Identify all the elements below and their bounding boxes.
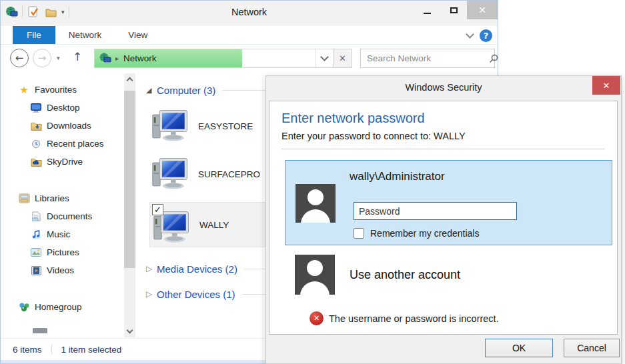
minimize-button[interactable] [414, 1, 440, 19]
computer-item-surfacepro[interactable]: SURFACEPRO [151, 155, 265, 193]
sidebar-item-music[interactable]: Music [1, 225, 124, 243]
ok-button[interactable]: OK [485, 339, 553, 357]
computer-item-wally[interactable]: ✓ WALLY [150, 203, 267, 247]
title-bar: ▾ Network ✕ [1, 1, 498, 26]
breadcrumb-network-icon [99, 53, 111, 64]
navigation-pane: ★ Favourites Desktop Downloads Recent pl… [1, 73, 124, 337]
sidebar-group-label: Homegroup [35, 302, 82, 312]
recent-locations-dropdown-icon[interactable]: ▾ [57, 55, 60, 61]
dialog-close-button[interactable]: ✕ [592, 76, 620, 95]
error-row: ✕ The username or password is incorrect. [309, 311, 499, 325]
dialog-heading: Enter network password [281, 111, 425, 126]
status-selected-count: 1 item selected [61, 345, 122, 355]
sidebar-item-videos[interactable]: Videos [1, 261, 124, 279]
windows-security-dialog: Windows Security ✕ Enter network passwor… [265, 75, 622, 364]
twisty-collapsed-icon[interactable]: ▷ [146, 264, 157, 273]
scroll-down-icon[interactable] [124, 326, 135, 337]
computer-name: EASYSTORE [198, 121, 253, 131]
remember-credentials-label: Remember my credentials [370, 228, 479, 239]
sidebar-item-label: Documents [47, 211, 92, 221]
sidebar-item-recent-places[interactable]: Recent places [1, 135, 124, 153]
desktop-icon [30, 103, 42, 113]
window-controls: ✕ [414, 1, 498, 19]
address-bar-row: ← → ▾ ↑ ▸ Network ✕ [1, 45, 498, 73]
minimize-ribbon-chevron-icon[interactable] [466, 30, 474, 39]
user-avatar [295, 255, 335, 295]
close-button[interactable]: ✕ [467, 1, 498, 19]
use-another-account-tile[interactable]: Use another account [295, 255, 460, 295]
libraries-icon [18, 193, 30, 204]
music-note-icon [30, 229, 42, 240]
account-tile-selected[interactable]: wally\Administrator Remember my credenti… [285, 160, 612, 245]
dialog-footer: OK Cancel [266, 333, 621, 363]
pictures-icon [30, 247, 42, 258]
sidebar-item-documents[interactable]: Documents [1, 207, 124, 225]
sidebar-item-desktop[interactable]: Desktop [1, 99, 124, 117]
error-icon: ✕ [309, 311, 324, 325]
status-separator [51, 344, 52, 355]
back-button[interactable]: ← [10, 49, 29, 67]
sidebar-item-pictures[interactable]: Pictures [1, 243, 124, 261]
account-username: wally\Administrator [350, 170, 445, 183]
stop-button[interactable]: ✕ [333, 49, 352, 68]
breadcrumb[interactable]: Network [123, 53, 157, 63]
computer-name: WALLY [199, 220, 229, 230]
remember-credentials-checkbox[interactable] [354, 228, 364, 239]
scrollbar-thumb[interactable] [124, 91, 135, 268]
star-icon: ★ [18, 85, 30, 95]
sidebar-group-libraries[interactable]: Libraries [1, 189, 124, 207]
breadcrumb-arrow-icon: ▸ [115, 55, 119, 62]
forward-button[interactable]: → [33, 49, 51, 67]
sidebar-group-label: Favourites [35, 85, 77, 95]
sidebar-item-label: Downloads [47, 121, 91, 131]
maximize-button[interactable] [440, 1, 467, 19]
documents-icon [30, 211, 42, 222]
clock-icon [30, 139, 42, 149]
dialog-title: Windows Security [266, 82, 621, 93]
use-another-account-label: Use another account [350, 268, 460, 282]
cancel-button[interactable]: Cancel [564, 339, 620, 357]
sidebar-group-label: Libraries [35, 193, 69, 203]
sidebar-item-downloads[interactable]: Downloads [1, 117, 124, 135]
homegroup-icon [18, 302, 30, 313]
sidebar-item-label: Recent places [47, 139, 104, 149]
selection-checkbox[interactable]: ✓ [152, 204, 163, 215]
sidebar-group-homegroup[interactable]: Homegroup [1, 298, 124, 316]
group-label: Media Devices (2) [157, 263, 237, 275]
tab-file[interactable]: File [13, 26, 55, 44]
twisty-collapsed-icon[interactable]: ▷ [146, 289, 157, 299]
divider [281, 149, 605, 149]
search-icon[interactable] [489, 54, 498, 63]
address-bar[interactable]: ▸ Network [94, 49, 334, 68]
computer-item-easystore[interactable]: EASYSTORE [151, 107, 265, 145]
sidebar-item-skydrive[interactable]: SkyDrive [1, 153, 124, 171]
password-input[interactable] [354, 202, 517, 220]
tab-view[interactable]: View [115, 26, 161, 44]
ribbon-tabs: File Network View ? [1, 26, 498, 45]
dialog-subheading: Enter your password to connect to: WALLY [281, 131, 466, 141]
help-icon[interactable]: ? [480, 29, 492, 42]
group-label: Other Devices (1) [157, 289, 235, 300]
dialog-title-bar: Windows Security ✕ [266, 76, 621, 101]
skydrive-folder-icon [30, 157, 42, 167]
sidebar-item-partial-icon [33, 328, 47, 333]
sidebar-group-favourites[interactable]: ★ Favourites [1, 81, 124, 99]
sidebar-item-label: Desktop [47, 103, 80, 113]
dialog-body: Enter network password Enter your passwo… [269, 101, 618, 335]
sidebar-scrollbar[interactable] [124, 73, 135, 337]
videos-icon [30, 265, 42, 276]
sidebar-item-label: Videos [47, 265, 74, 275]
user-avatar [295, 184, 336, 223]
search-input[interactable] [361, 53, 489, 63]
search-box [360, 49, 495, 68]
computer-name: SURFACEPRO [198, 169, 260, 179]
twisty-expanded-icon[interactable]: ◢ [146, 86, 157, 95]
sidebar-item-label: Music [47, 229, 70, 239]
address-dropdown-icon[interactable] [316, 49, 333, 67]
error-message: The username or password is incorrect. [329, 313, 499, 324]
sidebar-item-label: SkyDrive [47, 157, 83, 167]
up-button[interactable]: ↑ [73, 50, 82, 63]
tab-network[interactable]: Network [55, 26, 115, 44]
downloads-folder-icon [30, 121, 42, 131]
scroll-up-icon[interactable] [124, 73, 135, 85]
